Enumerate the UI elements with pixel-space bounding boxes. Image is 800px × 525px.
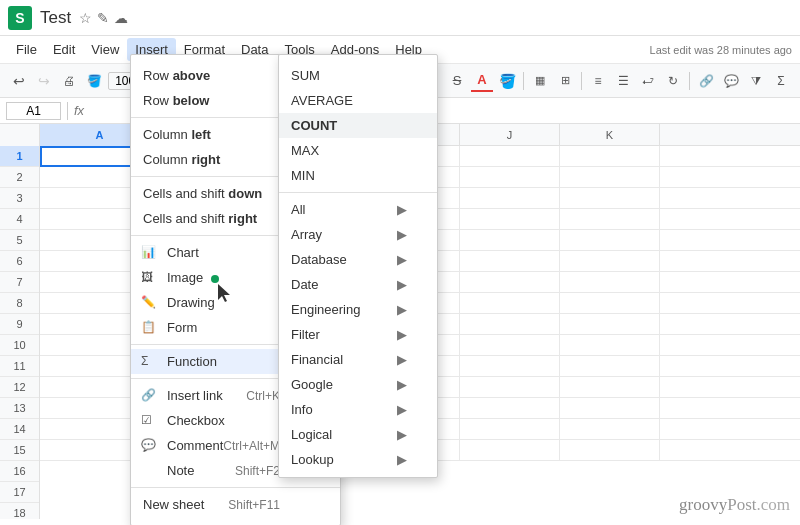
menu-edit[interactable]: Edit <box>45 38 83 61</box>
filter-icon[interactable]: ⧩ <box>745 70 767 92</box>
func-cat-financial[interactable]: Financial▶ <box>279 347 437 372</box>
func-cat-google[interactable]: Google▶ <box>279 372 437 397</box>
row-num-6[interactable]: 6 <box>0 251 39 272</box>
app-icon: S <box>8 6 32 30</box>
watermark-groovy: groovy <box>679 495 727 514</box>
wrap-icon[interactable]: ⮐ <box>637 70 659 92</box>
row-num-11[interactable]: 11 <box>0 356 39 377</box>
print-btn[interactable]: 🖨 <box>58 70 80 92</box>
row-num-1[interactable]: 1 <box>0 146 39 167</box>
borders-icon[interactable]: ▦ <box>529 70 551 92</box>
func-cat-all[interactable]: All▶ <box>279 197 437 222</box>
cell-k1[interactable] <box>560 146 660 167</box>
watermark: groovyPost.com <box>679 495 790 515</box>
col-header-j[interactable]: J <box>460 124 560 146</box>
edit-icon[interactable]: ✎ <box>97 10 109 26</box>
insert-new-sheet[interactable]: New sheet Shift+F11 <box>131 492 340 517</box>
func-cat-date[interactable]: Date▶ <box>279 272 437 297</box>
row-num-18[interactable]: 18 <box>0 503 39 519</box>
row-num-12[interactable]: 12 <box>0 377 39 398</box>
cloud-icon[interactable]: ☁ <box>114 10 128 26</box>
func-count[interactable]: COUNT <box>279 113 437 138</box>
func-average[interactable]: AVERAGE <box>279 88 437 113</box>
row-num-13[interactable]: 13 <box>0 398 39 419</box>
func-cat-math[interactable]: Math▶ <box>279 472 437 473</box>
merge-icon[interactable]: ⊞ <box>554 70 576 92</box>
row-num-8[interactable]: 8 <box>0 293 39 314</box>
watermark-post: Post <box>727 495 756 514</box>
star-icon[interactable]: ☆ <box>79 10 92 26</box>
row-num-10[interactable]: 10 <box>0 335 39 356</box>
undo-btn[interactable]: ↩ <box>8 70 30 92</box>
col-header-k[interactable]: K <box>560 124 660 146</box>
row-num-9[interactable]: 9 <box>0 314 39 335</box>
func-cat-engineering[interactable]: Engineering▶ <box>279 297 437 322</box>
strikethrough-icon[interactable]: S <box>446 70 468 92</box>
row-num-2[interactable]: 2 <box>0 167 39 188</box>
function-icon[interactable]: Σ <box>770 70 792 92</box>
doc-title[interactable]: Test <box>40 8 71 28</box>
row-num-4[interactable]: 4 <box>0 209 39 230</box>
row-num-16[interactable]: 16 <box>0 461 39 482</box>
func-cat-array[interactable]: Array▶ <box>279 222 437 247</box>
last-edit: Last edit was 28 minutes ago <box>650 44 792 56</box>
func-cat-lookup[interactable]: Lookup▶ <box>279 447 437 472</box>
func-max[interactable]: MAX <box>279 138 437 163</box>
func-cat-filter[interactable]: Filter▶ <box>279 322 437 347</box>
func-cat-info[interactable]: Info▶ <box>279 397 437 422</box>
row-num-3[interactable]: 3 <box>0 188 39 209</box>
func-cat-database[interactable]: Database▶ <box>279 247 437 272</box>
menu-file[interactable]: File <box>8 38 45 61</box>
corner-cell <box>0 124 40 146</box>
comment-icon[interactable]: 💬 <box>720 70 742 92</box>
align-icon[interactable]: ☰ <box>612 70 634 92</box>
row-num-15[interactable]: 15 <box>0 440 39 461</box>
row-numbers: 1 2 3 4 5 6 7 8 9 10 11 12 13 14 15 16 1… <box>0 146 40 519</box>
fx-label: fx <box>74 103 84 118</box>
link-icon[interactable]: 🔗 <box>695 70 717 92</box>
function-submenu: SUM AVERAGE COUNT MAX MIN All▶ Array▶ Da… <box>278 54 438 478</box>
row-num-17[interactable]: 17 <box>0 482 39 503</box>
fill-color-icon[interactable]: 🪣 <box>496 70 518 92</box>
watermark-domain: .com <box>756 495 790 514</box>
row-num-7[interactable]: 7 <box>0 272 39 293</box>
cell-ref-input[interactable] <box>6 102 61 120</box>
title-actions: ☆ ✎ ☁ <box>79 10 128 26</box>
redo-btn[interactable]: ↪ <box>33 70 55 92</box>
row-num-14[interactable]: 14 <box>0 419 39 440</box>
row-num-5[interactable]: 5 <box>0 230 39 251</box>
func-sum[interactable]: SUM <box>279 63 437 88</box>
func-cat-logical[interactable]: Logical▶ <box>279 422 437 447</box>
rotate-icon[interactable]: ↻ <box>662 70 684 92</box>
menu-view[interactable]: View <box>83 38 127 61</box>
toolbar-right: B I S A 🪣 ▦ ⊞ ≡ ☰ ⮐ ↻ 🔗 💬 ⧩ Σ <box>396 70 792 92</box>
func-min[interactable]: MIN <box>279 163 437 188</box>
cell-j1[interactable] <box>460 146 560 167</box>
align-left-icon[interactable]: ≡ <box>587 70 609 92</box>
text-color-icon[interactable]: A <box>471 70 493 92</box>
paint-btn[interactable]: 🪣 <box>83 70 105 92</box>
